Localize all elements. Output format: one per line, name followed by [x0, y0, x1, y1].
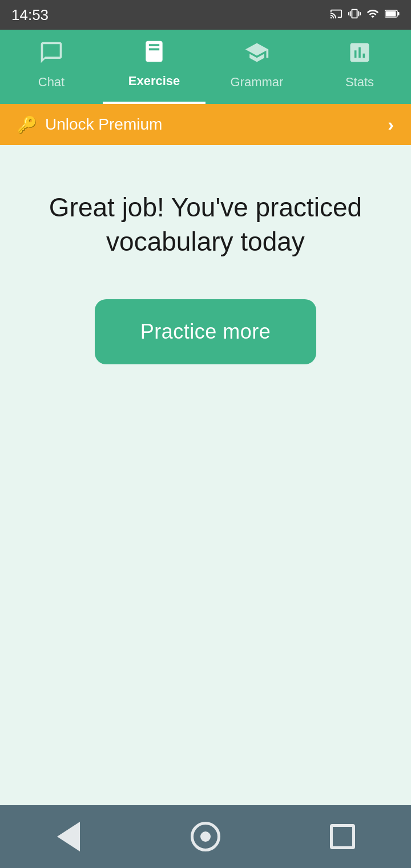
svg-rect-2: [386, 11, 396, 16]
exercise-icon: [142, 39, 167, 69]
success-message: Great job! You've practiced vocabulary t…: [0, 191, 411, 259]
back-icon: [57, 822, 80, 851]
tab-chat-label: Chat: [38, 75, 65, 90]
chat-icon: [39, 40, 64, 70]
tab-chat[interactable]: Chat: [0, 30, 103, 104]
premium-text: Unlock Premium: [45, 115, 162, 134]
premium-banner[interactable]: 🔑 Unlock Premium ›: [0, 104, 411, 145]
recents-button[interactable]: [325, 819, 360, 854]
time: 14:53: [11, 6, 49, 24]
status-bar: 14:53: [0, 0, 411, 30]
status-icons: [330, 7, 400, 23]
tab-bar: Chat Exercise Grammar Stats: [0, 30, 411, 104]
tab-grammar[interactable]: Grammar: [206, 30, 308, 104]
cast-icon: [330, 7, 342, 23]
home-button[interactable]: [188, 819, 223, 854]
tab-exercise[interactable]: Exercise: [103, 30, 206, 104]
bottom-nav-bar: [0, 805, 411, 868]
battery-icon: [385, 7, 400, 23]
vibrate-icon: [348, 7, 361, 23]
tab-grammar-label: Grammar: [231, 75, 284, 90]
main-content: Great job! You've practiced vocabulary t…: [0, 145, 411, 805]
key-icon: 🔑: [17, 115, 37, 134]
wifi-icon: [366, 7, 379, 23]
recents-icon: [330, 824, 355, 849]
svg-rect-1: [398, 12, 400, 15]
grammar-icon: [244, 40, 269, 70]
practice-more-button[interactable]: Practice more: [95, 299, 317, 364]
tab-exercise-label: Exercise: [128, 74, 180, 89]
stats-icon: [347, 40, 372, 70]
tab-stats-label: Stats: [345, 75, 374, 90]
chevron-right-icon: ›: [388, 114, 394, 135]
tab-stats[interactable]: Stats: [308, 30, 411, 104]
premium-left: 🔑 Unlock Premium: [17, 115, 162, 134]
home-icon: [191, 822, 220, 851]
back-button[interactable]: [51, 819, 86, 854]
